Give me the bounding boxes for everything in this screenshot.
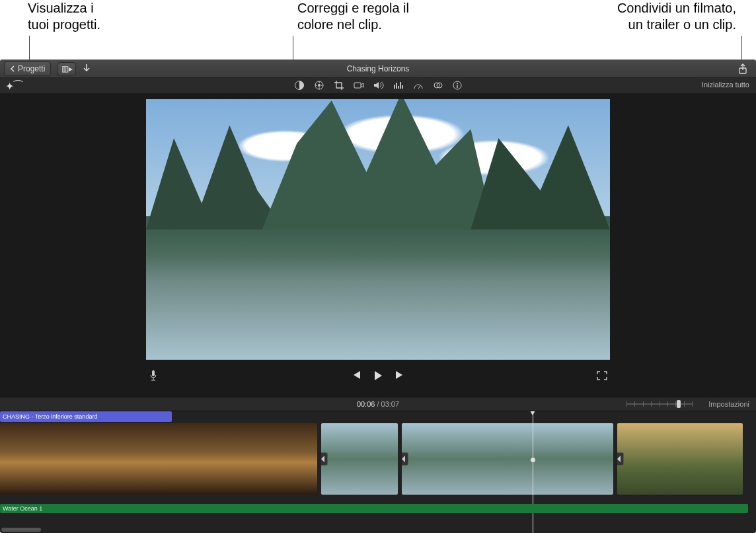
imovie-window: Progetti ▥▸ Chasing Horizons ✦⁀: [0, 60, 756, 533]
svg-point-8: [457, 83, 458, 84]
playhead[interactable]: [533, 411, 533, 533]
titlebar: Progetti ▥▸ Chasing Horizons: [0, 60, 756, 78]
fullscreen-icon: [597, 371, 607, 380]
annotation-callouts: Visualizza i tuoi progetti. Correggi e r…: [0, 0, 756, 60]
clip-1-sunset[interactable]: [0, 423, 317, 495]
info-icon: [453, 81, 462, 90]
playhead-handle[interactable]: [531, 458, 535, 462]
timeline-scrollbar[interactable]: [1, 528, 41, 532]
next-button[interactable]: [395, 370, 405, 381]
skip-forward-icon: [395, 370, 405, 380]
color-balance-button[interactable]: [294, 80, 305, 91]
camera-icon: [354, 81, 364, 90]
chevron-left-icon: [10, 65, 15, 72]
play-button[interactable]: [373, 370, 383, 381]
filter-button[interactable]: [433, 81, 443, 90]
timeline-zoom-slider[interactable]: [626, 401, 693, 407]
clip-3-lake[interactable]: [402, 423, 613, 495]
adjust-tools: [294, 80, 462, 91]
transition-icon[interactable]: [321, 452, 328, 466]
svg-rect-10: [152, 370, 155, 376]
clip-4-wall[interactable]: [617, 423, 743, 495]
adjustments-bar: ✦⁀ Inizializza tutto: [0, 78, 756, 94]
fullscreen-button[interactable]: [597, 371, 607, 380]
callout-projects: Visualizza i tuoi progetti.: [28, 0, 100, 33]
magic-wand-icon: ✦⁀: [5, 81, 22, 92]
projects-button-label: Progetti: [18, 64, 45, 73]
voiceover-button[interactable]: [149, 370, 158, 382]
callout-color: Correggi e regola il colore nel clip.: [297, 0, 409, 33]
svg-rect-4: [354, 83, 361, 88]
callout-line: [741, 36, 742, 62]
timeline[interactable]: CHASING - Terzo inferiore standard Water…: [0, 411, 756, 533]
stabilize-button[interactable]: [354, 81, 364, 90]
time-row: 00:06 / 03:07 Impostazioni: [0, 397, 756, 411]
speed-button[interactable]: [413, 81, 424, 90]
skip-back-icon: [351, 370, 361, 380]
equalizer-icon: [393, 81, 404, 90]
projects-button[interactable]: Progetti: [4, 62, 51, 76]
callout-line: [29, 36, 30, 62]
color-balance-icon: [294, 80, 305, 91]
audio-clip[interactable]: Water Ocean 1: [0, 504, 748, 513]
zoom-ticks: [626, 401, 693, 407]
time-total: 03:07: [381, 400, 400, 408]
volume-button[interactable]: [373, 81, 384, 90]
overlap-circles-icon: [433, 81, 443, 90]
layout-toggle-button[interactable]: ▥▸: [57, 62, 76, 75]
volume-icon: [373, 81, 384, 90]
title-clip[interactable]: CHASING - Terzo inferiore standard: [0, 411, 172, 422]
microphone-icon: [149, 370, 158, 382]
prev-button[interactable]: [351, 370, 361, 381]
time-separator: /: [375, 400, 381, 408]
reset-all-button[interactable]: Inizializza tutto: [702, 81, 749, 89]
viewer-controls: [146, 362, 610, 389]
preview-reflection: [146, 229, 610, 360]
svg-rect-9: [457, 85, 457, 88]
download-arrow-icon: [83, 64, 91, 73]
zoom-knob[interactable]: [677, 400, 681, 408]
eq-button[interactable]: [393, 81, 404, 90]
import-button[interactable]: [83, 64, 91, 73]
gauge-icon: [413, 81, 424, 90]
svg-point-3: [318, 84, 321, 87]
layout-icon: ▥▸: [61, 64, 73, 73]
play-icon: [373, 370, 383, 381]
callout-share: Condividi un filmato, un trailer o un cl…: [617, 0, 736, 33]
timeline-settings-button[interactable]: Impostazioni: [708, 400, 749, 408]
viewer-preview: [146, 99, 610, 360]
magic-wand-button[interactable]: ✦⁀: [5, 80, 22, 93]
color-wheel-button[interactable]: [314, 80, 324, 91]
color-wheel-icon: [314, 80, 324, 91]
viewer-panel: [0, 94, 756, 397]
video-track: [0, 423, 756, 495]
time-current: 00:06: [357, 400, 375, 408]
playback-controls: [351, 370, 405, 381]
crop-icon: [334, 80, 344, 91]
share-icon: [738, 63, 747, 74]
transition-icon[interactable]: [402, 452, 408, 466]
crop-button[interactable]: [334, 80, 344, 91]
transition-icon[interactable]: [617, 452, 624, 466]
share-button[interactable]: [736, 62, 749, 75]
info-button[interactable]: [453, 81, 462, 90]
clip-2-lake[interactable]: [321, 423, 398, 495]
project-title: Chasing Horizons: [347, 64, 410, 73]
